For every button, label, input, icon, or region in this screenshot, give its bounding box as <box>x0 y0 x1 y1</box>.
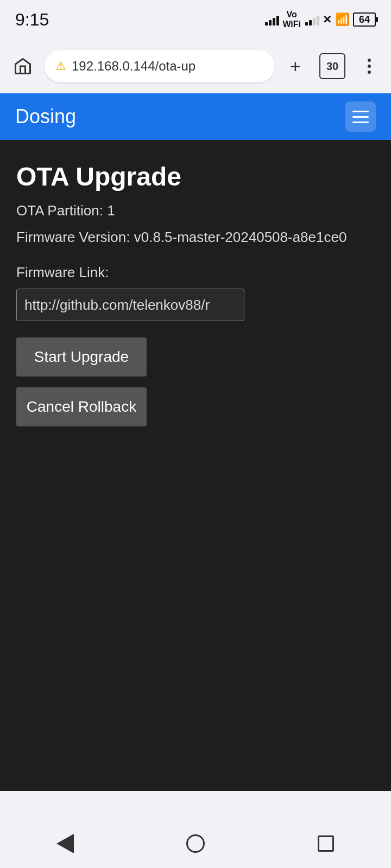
page-heading: OTA Upgrade <box>16 162 375 192</box>
signal-bars-2-icon <box>305 14 319 25</box>
app-navbar: Dosing <box>0 93 391 140</box>
menu-dot-1 <box>368 59 371 62</box>
wifi-icon: 📶 <box>335 12 350 27</box>
recents-button[interactable] <box>304 822 348 865</box>
vo-wifi-icon: VoWiFi <box>282 10 301 29</box>
hamburger-line-2 <box>352 116 369 118</box>
app-title: Dosing <box>15 105 76 128</box>
firmware-link-label: Firmware Link: <box>16 264 375 281</box>
url-bar[interactable]: ⚠ 192.168.0.144/ota-up <box>45 50 275 82</box>
url-text: 192.168.0.144/ota-up <box>72 59 195 74</box>
cancel-rollback-button[interactable]: Cancel Rollback <box>16 387 147 426</box>
browser-home-button[interactable] <box>9 52 37 80</box>
menu-dot-3 <box>368 71 371 74</box>
new-tab-button[interactable]: + <box>282 53 308 79</box>
status-bar: 9:15 VoWiFi ✕ 📶 64 <box>0 0 391 39</box>
status-time: 9:15 <box>15 10 49 30</box>
browser-bar: ⚠ 192.168.0.144/ota-up + 30 <box>0 39 391 93</box>
browser-actions: + 30 <box>282 53 382 79</box>
home-button[interactable] <box>174 822 217 865</box>
battery-icon: 64 <box>353 12 376 27</box>
recents-icon <box>318 835 334 852</box>
signal-bars-icon <box>265 14 279 25</box>
back-button[interactable] <box>43 822 87 865</box>
warning-icon: ⚠ <box>55 59 66 73</box>
main-content: OTA Upgrade OTA Partition: 1 Firmware Ve… <box>0 140 391 791</box>
firmware-version-info: Firmware Version: v0.8.5-master-20240508… <box>16 227 375 248</box>
bottom-nav <box>0 819 391 868</box>
status-icons: VoWiFi ✕ 📶 64 <box>265 10 376 29</box>
firmware-link-input[interactable] <box>16 289 244 321</box>
home-circle-icon <box>186 834 205 853</box>
hamburger-line-1 <box>352 111 369 112</box>
tabs-button[interactable]: 30 <box>319 53 345 79</box>
browser-menu-button[interactable] <box>356 53 382 79</box>
back-icon <box>56 834 74 853</box>
ota-partition-info: OTA Partition: 1 <box>16 202 375 219</box>
hamburger-line-3 <box>352 122 369 123</box>
start-upgrade-button[interactable]: Start Upgrade <box>16 337 147 376</box>
menu-dot-2 <box>368 65 371 68</box>
hamburger-menu-button[interactable] <box>345 101 376 132</box>
no-data-icon: ✕ <box>323 13 332 26</box>
